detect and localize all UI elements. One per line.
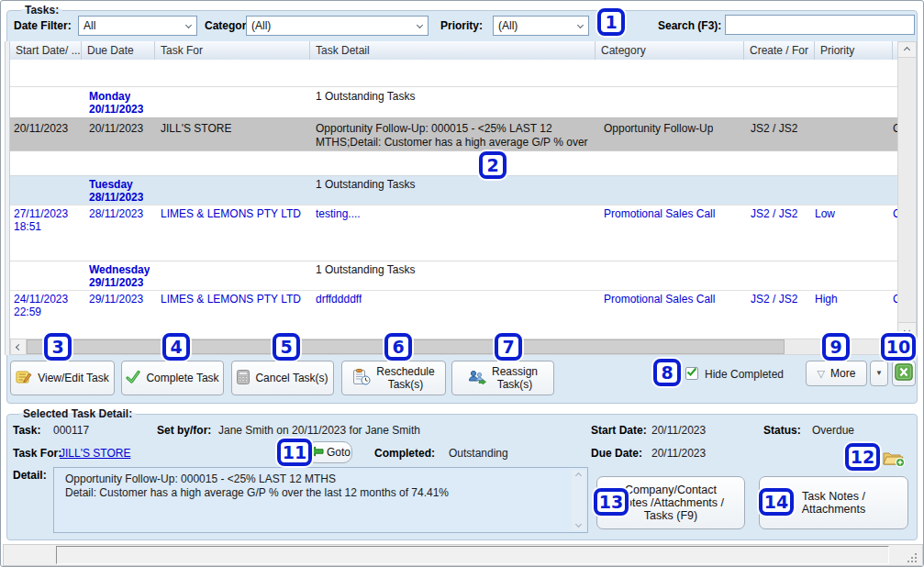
hide-completed-checkbox[interactable] <box>685 367 698 380</box>
export-excel-button[interactable] <box>892 361 916 386</box>
column-header-category[interactable]: Category <box>596 41 744 60</box>
cell-detail-line1: drffddddff <box>316 293 362 306</box>
column-header-create-for[interactable]: Create / For <box>744 41 815 60</box>
callout-14: 14 <box>759 488 794 516</box>
group-row-tuesday[interactable]: Tuesday 28/11/2023 1 Outstanding Tasks <box>10 175 897 205</box>
priority-select[interactable]: (All) <box>493 16 589 36</box>
cell-priority: Low <box>815 207 835 220</box>
cell-start-date: 27/11/2023 <box>14 207 68 220</box>
complete-task-button[interactable]: Complete Task <box>121 361 224 395</box>
date-filter-select[interactable]: All <box>78 16 197 36</box>
column-header-due-date[interactable]: Due Date <box>82 41 155 60</box>
cell-category: Opportunity Follow-Up <box>604 122 713 135</box>
cell-create-for: JS2 / JS2 <box>751 293 797 306</box>
group-day: Tuesday <box>89 178 133 191</box>
cell-detail-line1: testing.... <box>316 207 361 220</box>
group-row-wednesday[interactable]: Wednesday 29/11/2023 1 Outstanding Tasks <box>10 261 897 290</box>
group-count: 1 Outstanding Tasks <box>316 263 416 276</box>
goto-button[interactable]: Goto <box>306 441 352 463</box>
vertical-scrollbar[interactable] <box>897 41 917 339</box>
search-label: Search (F3): <box>658 19 721 32</box>
cell-task-for: LIMES & LEMONS PTY LTD <box>161 293 301 306</box>
set-by-for-label: Set by/for: <box>157 424 211 437</box>
column-header-priority[interactable]: Priority <box>815 41 893 60</box>
view-edit-task-button[interactable]: View/Edit Task <box>10 361 115 395</box>
reassign-task-button[interactable]: ReassignTask(s) <box>451 361 554 395</box>
column-header-task-for[interactable]: Task For <box>155 41 310 60</box>
callout-3: 3 <box>44 333 72 361</box>
cell-task-for: LIMES & LEMONS PTY LTD <box>161 207 301 220</box>
open-attachments-folder-button[interactable] <box>880 447 907 471</box>
task-notes-attachments-label: Task Notes / Attachments <box>802 490 865 516</box>
search-input[interactable] <box>725 15 915 35</box>
detail-label: Detail: <box>13 469 47 482</box>
resize-grip[interactable] <box>915 553 917 555</box>
selected-task-detail-title: Selected Task Detail: <box>19 407 136 420</box>
more-dropdown-button[interactable]: ▼ <box>870 361 888 386</box>
task-for-label: Task For: <box>13 447 61 460</box>
checkmark-icon <box>686 367 697 380</box>
cell-start-date: 24/11/2023 <box>14 293 68 306</box>
cell-priority: High <box>815 293 838 306</box>
callout-2: 2 <box>479 151 507 179</box>
view-edit-task-label: View/Edit Task <box>38 372 109 384</box>
table-row[interactable]: 24/11/2023 22:59 29/11/2023 LIMES & LEMO… <box>10 290 897 318</box>
cell-task-for: JILL'S STORE <box>161 122 231 135</box>
more-label: More <box>830 367 855 380</box>
tasks-groupbox-title: Tasks: <box>21 4 62 17</box>
status-bar-panel <box>56 546 889 564</box>
completed-value: Outstanding <box>449 447 508 460</box>
complete-task-label: Complete Task <box>146 372 218 384</box>
reschedule-task-button[interactable]: RescheduleTask(s) <box>341 361 446 395</box>
callout-5: 5 <box>273 333 300 361</box>
chevron-down-icon <box>185 22 192 28</box>
column-header-task-detail[interactable]: Task Detail <box>310 41 596 60</box>
goto-label: Goto <box>327 446 351 459</box>
reassign-task-label: ReassignTask(s) <box>492 365 538 391</box>
scroll-up-button[interactable] <box>897 41 917 58</box>
group-date: 28/11/2023 <box>89 191 143 204</box>
detail-text-line1: Opportunity Follow-Up: 000015 - <25% LAS… <box>65 472 336 485</box>
start-date-label: Start Date: <box>591 424 647 437</box>
callout-10: 10 <box>881 333 916 361</box>
date-filter-label: Date Filter: <box>14 19 72 32</box>
company-contact-notes-label: Company/Contact Notes /Attachments / Tas… <box>618 484 724 522</box>
table-row-selected[interactable]: 20/11/2023 20/11/2023 JILL'S STORE Oppor… <box>10 117 897 151</box>
chevron-down-icon <box>417 22 423 28</box>
completed-label: Completed: <box>374 447 435 460</box>
cell-due-date: 29/11/2023 <box>89 293 143 306</box>
chevron-down-icon <box>577 22 584 28</box>
column-header-start-date[interactable]: Start Date/ ... <box>10 41 82 60</box>
gray-calculator-icon <box>237 370 250 387</box>
detail-textarea-scrollbar[interactable] <box>572 470 585 530</box>
task-label: Task: <box>13 424 40 437</box>
cancel-task-button[interactable]: Cancel Task(s) <box>231 361 334 395</box>
chevron-up-icon <box>575 472 582 479</box>
table-row[interactable]: 27/11/2023 18:51 28/11/2023 LIMES & LEMO… <box>10 205 897 233</box>
dropdown-arrow-icon: ▼ <box>875 367 883 380</box>
note-with-pencil-icon <box>16 370 32 387</box>
group-row-monday[interactable]: Monday 20/11/2023 1 Outstanding Tasks <box>10 86 897 117</box>
chevron-up-icon <box>904 46 910 52</box>
cell-category: Promotional Sales Call <box>604 207 715 220</box>
people-green-arrow-icon <box>468 370 486 387</box>
category-select[interactable]: (All) <box>246 16 429 36</box>
cell-detail-line1: Opportunity Follow-Up: 000015 - <25% LAS… <box>316 122 552 135</box>
due-date-label: Due Date: <box>591 447 642 460</box>
down-triangle-icon: ▽ <box>818 369 825 379</box>
status-label: Status: <box>763 424 801 437</box>
priority-value: (All) <box>498 19 518 32</box>
start-date-value: 20/11/2023 <box>651 424 706 437</box>
group-date: 29/11/2023 <box>89 276 143 289</box>
more-button[interactable]: ▽ More <box>806 361 867 386</box>
task-for-link[interactable]: JILL'S STORE <box>60 447 130 460</box>
callout-9: 9 <box>822 333 850 361</box>
cell-start-date: 20/11/2023 <box>14 122 68 135</box>
cell-due-date: 20/11/2023 <box>89 122 143 135</box>
callout-8: 8 <box>653 359 681 386</box>
scroll-left-button[interactable] <box>10 339 27 355</box>
detail-textarea[interactable]: Opportunity Follow-Up: 000015 - <25% LAS… <box>53 467 588 533</box>
reschedule-task-label: RescheduleTask(s) <box>376 365 434 391</box>
cell-create-for: JS2 / JS2 <box>751 207 797 220</box>
green-check-icon <box>126 370 140 387</box>
